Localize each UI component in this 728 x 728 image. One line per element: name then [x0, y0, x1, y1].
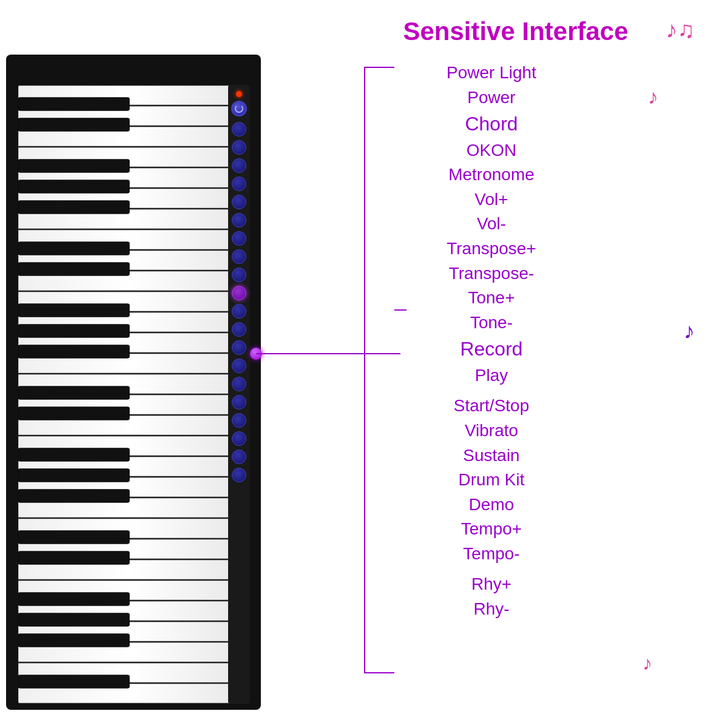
bracket-line: [364, 67, 394, 673]
label-play: Play: [394, 363, 588, 388]
white-key: [18, 477, 243, 497]
transpose-minus-button[interactable]: [232, 231, 246, 246]
metronome-button[interactable]: [232, 158, 246, 173]
drum-kit-button[interactable]: [232, 377, 246, 391]
transpose-plus-button[interactable]: [232, 213, 246, 228]
white-key: [18, 498, 243, 517]
white-key: [18, 127, 243, 146]
white-key: [18, 436, 243, 456]
white-key: [18, 416, 243, 435]
white-key: [18, 601, 243, 621]
white-key: [18, 271, 243, 291]
white-key: [18, 395, 243, 414]
music-note-1: ♪♫: [666, 17, 695, 43]
label-record: Record: [394, 335, 588, 363]
label-vibrato: Vibrato: [394, 419, 588, 443]
rhy-plus-button[interactable]: [232, 450, 246, 464]
vol-plus-button[interactable]: [232, 177, 246, 191]
white-key: [18, 519, 243, 538]
label-sustain: Sustain: [394, 443, 588, 468]
tempo-minus-button[interactable]: [232, 431, 246, 446]
rhy-minus-button[interactable]: [232, 468, 246, 482]
white-keys: [18, 85, 243, 704]
label-drum-kit: Drum Kit: [394, 468, 588, 493]
white-key: [18, 312, 243, 332]
white-key: [18, 663, 243, 682]
white-key: [18, 457, 243, 476]
label-tone-minus: Tone-: [394, 311, 588, 335]
label-tone-plus: Tone+: [394, 286, 588, 311]
white-key: [18, 106, 243, 126]
play-button[interactable]: [232, 304, 246, 318]
label-transpose-minus: Transpose-: [394, 261, 588, 286]
music-note-2: ♪: [648, 85, 658, 109]
label-demo: Demo: [394, 493, 588, 517]
label-metronome: Metronome: [394, 163, 588, 187]
white-key: [18, 622, 243, 641]
label-okon: OKON: [394, 138, 588, 163]
labels-container: Power Light Power Chord OKON Metronome V…: [394, 61, 588, 622]
label-power-light: Power Light: [394, 61, 588, 86]
white-key: [18, 642, 243, 662]
white-key: [18, 168, 243, 187]
record-button[interactable]: [232, 286, 246, 300]
power-button[interactable]: [231, 101, 247, 116]
control-strip: [228, 85, 250, 704]
white-key: [18, 333, 243, 352]
white-key: [18, 86, 243, 105]
keys-area: [18, 85, 243, 704]
piano-container: [0, 49, 279, 716]
white-key: [18, 147, 243, 167]
tone-minus-button[interactable]: [232, 268, 246, 282]
white-key: [18, 251, 243, 270]
label-vol-plus: Vol+: [394, 187, 588, 212]
white-key: [18, 354, 243, 373]
white-key: [18, 539, 243, 559]
tone-plus-button[interactable]: [232, 249, 246, 264]
white-key: [18, 374, 243, 394]
label-vol-minus: Vol-: [394, 212, 588, 237]
chord-button[interactable]: [232, 122, 246, 136]
page-title: Sensitive Interface: [340, 17, 692, 46]
power-light-indicator: [236, 91, 242, 97]
music-note-3: ♪: [684, 318, 695, 344]
vibrato-button[interactable]: [232, 340, 246, 355]
label-transpose-plus: Transpose+: [394, 237, 588, 261]
music-note-4: ♪: [642, 652, 652, 675]
power-icon: [235, 104, 243, 113]
white-key: [18, 581, 243, 600]
sustain-button[interactable]: [232, 359, 246, 373]
white-key: [18, 230, 243, 249]
label-tempo-minus: Tempo-: [394, 542, 588, 567]
piano-body: [6, 55, 261, 710]
white-key: [18, 560, 243, 579]
white-key: [18, 292, 243, 311]
label-tempo-plus: Tempo+: [394, 517, 588, 542]
label-start-stop: Start/Stop: [394, 394, 588, 419]
white-key: [18, 209, 243, 229]
label-rhy-minus: Rhy-: [394, 597, 588, 622]
tempo-plus-button[interactable]: [232, 413, 246, 428]
white-key: [18, 684, 243, 703]
white-key: [18, 189, 243, 208]
start-stop-button[interactable]: [232, 322, 246, 337]
demo-button[interactable]: [232, 395, 246, 410]
label-power: Power: [394, 86, 588, 110]
okon-button[interactable]: [232, 140, 246, 155]
label-rhy-plus: Rhy+: [394, 572, 588, 597]
label-chord: Chord: [394, 110, 588, 138]
vol-minus-button[interactable]: [232, 195, 246, 209]
